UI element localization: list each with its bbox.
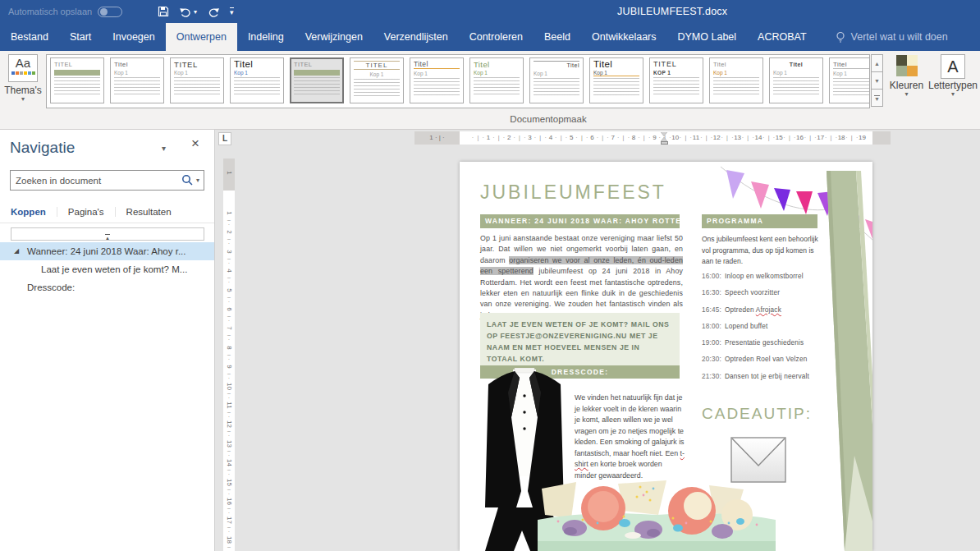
jump-to-top-icon: ▲: [105, 234, 110, 241]
navigation-close-icon[interactable]: ×: [191, 135, 199, 152]
navigation-pane-title: Navigatie: [10, 139, 75, 157]
tab-beeld[interactable]: Beeld: [534, 23, 581, 51]
tab-controleren[interactable]: Controleren: [459, 23, 534, 51]
document-canvas: L 1 · | · ·|·1·|·2·|·3·|·4·|·5·|·6·|·7·|…: [215, 130, 980, 551]
customize-qat-button[interactable]: ▾: [230, 7, 234, 16]
gift-tip-heading: CADEAUTIP:: [702, 405, 812, 423]
gallery-style-thumbnail[interactable]: TITEL: [50, 57, 104, 103]
tab-indeling[interactable]: Indeling: [237, 23, 295, 51]
ribbon-group-label: Documentopmaak: [460, 114, 637, 124]
tell-me-box[interactable]: Vertel wat u wilt doen: [817, 23, 948, 51]
program-banner: PROGRAMMA: [702, 214, 817, 228]
navigation-pane: Navigatie ▾ × ▾ KoppenPagina'sResultaten…: [0, 130, 215, 551]
customize-qat-icon: ▾: [230, 7, 234, 16]
navigation-divider: [0, 223, 214, 223]
toggle-knob: [100, 8, 108, 16]
nav-heading-item[interactable]: Dresscode:: [0, 278, 214, 296]
gallery-style-thumbnail[interactable]: TITELKOP 1: [649, 57, 703, 103]
vruler-top-margin: 1: [223, 158, 235, 191]
gallery-scroll-down-button[interactable]: ▼: [871, 71, 883, 90]
undo-button[interactable]: ▾: [180, 7, 197, 17]
tab-start[interactable]: Start: [59, 23, 102, 51]
ribbon-tabs: BestandStartInvoegenOntwerpenIndelingVer…: [0, 23, 980, 51]
redo-button[interactable]: [208, 7, 219, 17]
ribbon: Aa Thema's ▾ TITELTitelKop 1TITELKop 1Ti…: [0, 51, 980, 130]
fonts-caret-icon: ▾: [927, 91, 979, 98]
envelope-icon: [730, 437, 786, 484]
schedule-row: 16:30:Speech voorzitter: [702, 289, 829, 305]
program-schedule: 16:00:Inloop en welkomstborrel16:30:Spee…: [702, 273, 829, 389]
collapse-triangle-icon[interactable]: ◢: [14, 242, 19, 260]
colors-button[interactable]: Kleuren ▾: [887, 54, 926, 98]
indent-markers[interactable]: [660, 132, 669, 145]
gallery-style-thumbnail[interactable]: TitelKop 1: [410, 57, 464, 103]
schedule-row: 16:00:Inloop en welkomstborrel: [702, 273, 829, 289]
redo-icon: [208, 7, 219, 17]
gallery-style-thumbnail[interactable]: TitelKop 1: [110, 57, 164, 103]
tab-ontwerpen[interactable]: Ontwerpen: [166, 23, 237, 51]
gallery-style-thumbnail[interactable]: TitelKop 1: [469, 57, 524, 103]
search-options-caret-icon[interactable]: ▾: [196, 177, 199, 184]
word-window: Automatisch opslaan ▾ ▾ JUBILEUMFEEST.do…: [0, 0, 980, 551]
tab-dymo-label[interactable]: DYMO Label: [667, 23, 748, 51]
tab-bestand[interactable]: Bestand: [0, 23, 59, 51]
save-button[interactable]: [158, 6, 169, 17]
tab-verwijzingen[interactable]: Verwijzingen: [295, 23, 373, 51]
rsvp-block: LAAT JE EVEN WETEN OF JE KOMT? MAIL ONS …: [480, 313, 680, 370]
gallery-scroll-up-button[interactable]: ▲: [871, 54, 883, 72]
themes-button[interactable]: Aa Thema's ▾: [2, 54, 44, 103]
save-icon: [158, 6, 169, 17]
nav-tab-paginas[interactable]: Pagina's: [57, 207, 115, 217]
gallery-style-thumbnail[interactable]: TitelKop 1: [769, 57, 823, 103]
gallery-style-thumbnail[interactable]: TITELKop 1: [350, 57, 404, 103]
search-box[interactable]: ▾: [10, 170, 204, 191]
gallery-style-thumbnail[interactable]: TITEL: [290, 57, 344, 103]
quick-access-toolbar: ▾ ▾: [158, 0, 234, 23]
gallery-more-button[interactable]: ▼: [871, 89, 883, 107]
tab-stop-selector[interactable]: L: [218, 132, 231, 145]
nav-tab-resultaten[interactable]: Resultaten: [115, 207, 182, 217]
autosave-toggle[interactable]: Automatisch opslaan: [8, 0, 122, 23]
gallery-style-thumbnail[interactable]: TitelKop 1: [230, 57, 284, 103]
when-where-banner: WANNEER: 24 JUNI 2018 WAAR: AHOY ROTTERD…: [480, 214, 680, 228]
document-page[interactable]: JUBILEUMFEEST WANNEER: 24 JUNI 2018 WAAR…: [460, 162, 872, 551]
themes-icon: Aa: [8, 54, 38, 82]
gallery-scrollbar: ▲ ▼ ▼: [871, 54, 883, 107]
schedule-row: 16:45:Optreden Afrojack: [702, 306, 829, 323]
tab-invoegen[interactable]: Invoegen: [102, 23, 165, 51]
gallery-style-thumbnail[interactable]: TitelKop 1: [589, 57, 643, 103]
tab-acrobat[interactable]: ACROBAT: [747, 23, 817, 51]
dresscode-paragraph: We vinden het natuurlijk fijn dat je je …: [575, 393, 685, 481]
schedule-row: 19:00:Presentatie geschiedenis: [702, 339, 829, 356]
gallery-style-thumbnail[interactable]: TITELKop 1: [170, 57, 224, 103]
cake-photo: [525, 480, 788, 551]
title-bar: Automatisch opslaan ▾ ▾ JUBILEUMFEEST.do…: [0, 0, 980, 23]
vertical-ruler[interactable]: 1 1–·2–·3–·4–·5–·6–·7–·8–·9–·10–·11–·12–…: [223, 158, 235, 551]
tab-ontwikkelaars[interactable]: Ontwikkelaars: [581, 23, 667, 51]
tab-verzendlijsten[interactable]: Verzendlijsten: [373, 23, 459, 51]
search-icon[interactable]: [181, 174, 194, 186]
theme-color-dots: [9, 71, 37, 75]
fonts-label: Lettertypen: [927, 80, 979, 91]
gallery-style-thumbnail[interactable]: TitelKop 1: [829, 57, 870, 103]
gallery-style-thumbnail[interactable]: TitelKop 1: [709, 57, 763, 103]
tell-me-label: Vertel wat u wilt doen: [851, 31, 948, 43]
document-title: JUBILEUMFEEST.docx: [617, 0, 727, 23]
themes-caret-icon: ▾: [2, 96, 44, 103]
document-heading: JUBILEUMFEEST: [480, 181, 666, 204]
horizontal-ruler[interactable]: 1 · | · ·|·1·|·2·|·3·|·4·|·5·|·6·|·7·|·8…: [414, 131, 891, 145]
fonts-button[interactable]: A Lettertypen ▾: [927, 54, 979, 98]
nav-tab-koppen[interactable]: Koppen: [0, 207, 57, 217]
gallery-style-thumbnail[interactable]: TitelKop 1: [529, 57, 584, 103]
autosave-label: Automatisch opslaan: [8, 7, 92, 16]
lightbulb-icon: [836, 31, 845, 44]
toggle-pill[interactable]: [98, 7, 122, 17]
colors-swatch-icon: [896, 55, 918, 76]
nav-heading-item[interactable]: ◢Wanneer: 24 juni 2018 Waar: Ahoy r...: [0, 242, 214, 260]
jump-to-top-button[interactable]: ▲: [11, 227, 204, 241]
nav-heading-item[interactable]: Laat je even weten of je komt? M...: [0, 260, 214, 278]
themes-label: Thema's: [2, 85, 44, 96]
search-input[interactable]: [11, 171, 181, 190]
schedule-row: 20:30:Optreden Roel van Velzen: [702, 356, 829, 372]
navigation-options-caret-icon[interactable]: ▾: [162, 144, 166, 153]
